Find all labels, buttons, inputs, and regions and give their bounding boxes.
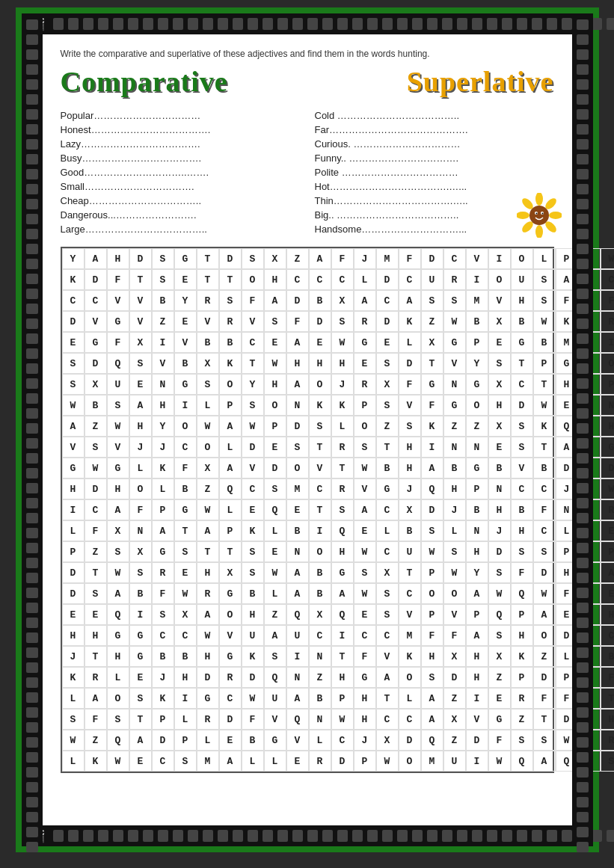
ws-cell-0-16: D — [421, 248, 443, 269]
ws-cell-8-9: P — [264, 416, 286, 437]
ws-cell-4-0: E — [62, 332, 85, 353]
ws-cell-18-1: H — [85, 625, 107, 646]
ws-cell-13-2: X — [107, 520, 129, 541]
ws-cell-13-18: N — [466, 520, 488, 541]
ws-cell-16-24: E — [601, 583, 615, 604]
ws-cell-9-13: S — [354, 437, 376, 458]
ws-cell-9-16: I — [421, 437, 443, 458]
ws-cell-10-2: G — [107, 458, 129, 478]
ws-cell-2-14: C — [376, 290, 399, 311]
ws-cell-21-8: W — [242, 688, 264, 709]
ws-cell-8-10: D — [286, 416, 309, 437]
ws-cell-21-19: E — [488, 688, 511, 709]
ws-cell-20-17: D — [443, 667, 466, 688]
ws-cell-12-20: B — [511, 499, 533, 520]
ws-cell-14-21: S — [533, 541, 556, 562]
ws-cell-4-7: B — [219, 332, 242, 353]
ws-cell-4-24: I — [601, 332, 615, 353]
ws-cell-22-11: N — [309, 709, 331, 730]
ws-row-23: WZQADPLEBGVLCJXDQZDFSSWBRSW — [62, 730, 553, 751]
ws-cell-23-4: D — [152, 730, 174, 751]
ws-cell-17-11: X — [309, 604, 331, 625]
ws-row-14: PZSXGSTTSENOHWCUWSHDSSPLPIW — [62, 541, 553, 562]
ws-cell-22-5: L — [174, 709, 197, 730]
ws-cell-15-14: X — [376, 562, 399, 583]
ws-cell-13-9: L — [264, 520, 286, 541]
svg-point-4 — [535, 225, 543, 238]
ws-cell-11-12: R — [331, 478, 354, 499]
ws-cell-15-8: S — [242, 562, 264, 583]
ws-cell-13-5: T — [174, 520, 197, 541]
ws-cell-23-0: W — [62, 730, 85, 751]
ws-cell-0-18: V — [466, 248, 488, 269]
ws-cell-11-10: M — [286, 478, 309, 499]
ws-cell-6-10: A — [286, 374, 309, 395]
ws-cell-11-24: W — [601, 478, 615, 499]
ws-cell-2-5: Y — [174, 290, 197, 311]
ws-cell-5-0: S — [62, 353, 85, 374]
ws-cell-9-17: N — [443, 437, 466, 458]
ws-cell-21-5: I — [174, 688, 197, 709]
ws-cell-8-16: K — [421, 416, 443, 437]
ws-cell-21-13: H — [354, 688, 376, 709]
ws-cell-5-15: D — [399, 353, 421, 374]
ws-cell-9-24: G — [601, 437, 615, 458]
svg-point-11 — [535, 213, 537, 215]
ws-cell-21-3: S — [129, 688, 152, 709]
ws-cell-5-2: Q — [107, 353, 129, 374]
ws-cell-7-20: D — [511, 395, 533, 416]
adj-item-left-2: Lazy………………………………. — [61, 138, 300, 150]
ws-cell-14-4: G — [152, 541, 174, 562]
ws-cell-2-10: D — [286, 290, 309, 311]
ws-cell-8-14: Z — [376, 416, 399, 437]
ws-cell-20-11: Z — [309, 667, 331, 688]
ws-cell-19-5: B — [174, 646, 197, 667]
ws-row-3: DVGVZEVRVSFDSRDKZWBXBWKMRJR — [62, 311, 553, 332]
ws-cell-14-12: H — [331, 541, 354, 562]
ws-cell-8-6: W — [197, 416, 219, 437]
ws-cell-10-1: W — [85, 458, 107, 478]
ws-cell-14-7: T — [219, 541, 242, 562]
ws-cell-13-15: B — [399, 520, 421, 541]
ws-cell-22-17: X — [443, 709, 466, 730]
ws-cell-13-1: F — [85, 520, 107, 541]
ws-cell-17-17: V — [443, 604, 466, 625]
ws-cell-23-20: S — [511, 730, 533, 751]
ws-cell-13-17: L — [443, 520, 466, 541]
ws-cell-21-16: A — [421, 688, 443, 709]
ws-cell-11-7: Q — [219, 478, 242, 499]
ws-cell-21-6: G — [197, 688, 219, 709]
ws-cell-20-3: E — [129, 667, 152, 688]
ws-cell-4-11: E — [309, 332, 331, 353]
ws-row-1: KDFTSETTOHCCCLDCURIOUSABCGV — [62, 269, 553, 290]
ws-cell-2-6: R — [197, 290, 219, 311]
ws-cell-10-6: X — [197, 458, 219, 478]
ws-cell-24-12: D — [331, 751, 354, 772]
ws-cell-11-16: Q — [421, 478, 443, 499]
word-search-grid: YAHDSGTDSXZAFJMFDCVIOLPSWABKDFTSETTOHCCC… — [61, 247, 554, 773]
ws-cell-6-20: C — [511, 374, 533, 395]
ws-cell-24-10: E — [286, 751, 309, 772]
ws-cell-5-12: H — [331, 353, 354, 374]
ws-cell-1-14: D — [376, 269, 399, 290]
ws-cell-6-17: N — [443, 374, 466, 395]
ws-cell-4-12: W — [331, 332, 354, 353]
ws-cell-4-20: G — [511, 332, 533, 353]
ws-cell-0-13: J — [354, 248, 376, 269]
ws-cell-0-4: S — [152, 248, 174, 269]
titles-row: Comparative Superlative — [61, 65, 554, 98]
ws-cell-11-14: G — [376, 478, 399, 499]
ws-cell-20-1: R — [85, 667, 107, 688]
ws-cell-2-24: F — [601, 290, 615, 311]
ws-cell-23-5: P — [174, 730, 197, 751]
ws-cell-17-10: Q — [286, 604, 309, 625]
ws-cell-13-3: N — [129, 520, 152, 541]
ws-cell-20-9: Q — [264, 667, 286, 688]
ws-cell-4-6: B — [197, 332, 219, 353]
ws-cell-4-18: P — [466, 332, 488, 353]
ws-cell-17-1: E — [85, 604, 107, 625]
ws-cell-0-9: X — [264, 248, 286, 269]
ws-cell-17-9: Z — [264, 604, 286, 625]
ws-cell-2-0: C — [62, 290, 85, 311]
ws-cell-1-13: L — [354, 269, 376, 290]
